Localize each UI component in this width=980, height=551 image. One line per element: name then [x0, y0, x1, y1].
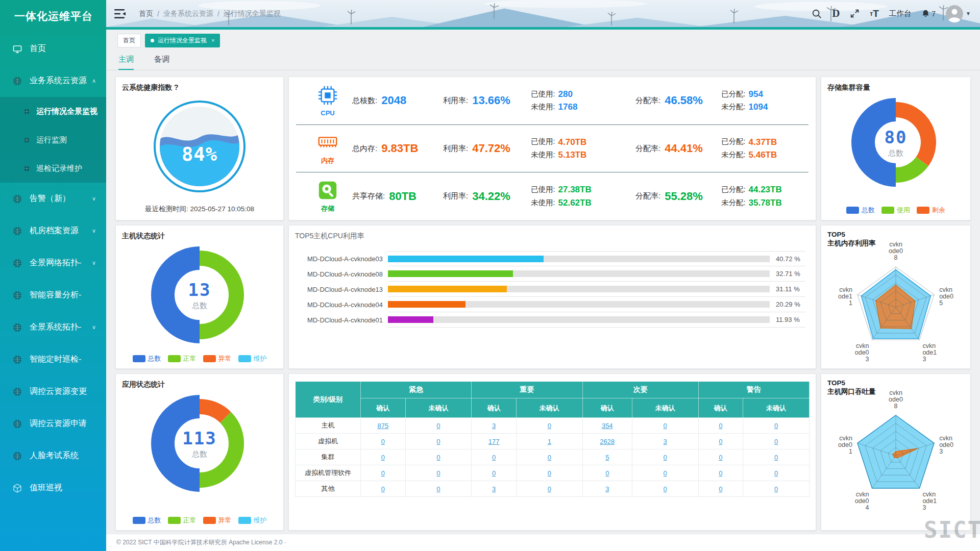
alarm-count-link[interactable]: 0 — [774, 422, 778, 430]
tag-home[interactable]: 首页 — [117, 34, 141, 47]
legend-item[interactable]: 异常 — [203, 516, 232, 525]
sidebar-item-duty-patrol[interactable]: 值班巡视 — [0, 472, 106, 504]
legend-item[interactable]: 维护 — [238, 516, 267, 525]
alarm-count-link[interactable]: 3 — [492, 422, 496, 430]
alarm-count-link[interactable]: 0 — [381, 485, 385, 493]
sidebar-item-run-monitor[interactable]: 运行监测 — [0, 126, 106, 154]
sidebar: 一体化运维平台 首页 业务系统云资源 ∧ 运行情况全景监视 运行监测 巡检记录维… — [0, 0, 106, 551]
sidebar-item-capacity-analysis[interactable]: 智能容量分析- — [0, 279, 106, 311]
alarm-count-link[interactable]: 0 — [381, 454, 385, 461]
user-menu[interactable]: ▼ — [946, 5, 971, 22]
card-title: 主机状态统计 — [122, 232, 277, 241]
resource-row-storage: 存储 共享存储:80TB 利用率:34.22% 已使用:27.38TB 未使用:… — [296, 172, 808, 220]
breadcrumb-current[interactable]: 运行情况全景监视 — [224, 9, 281, 18]
sidebar-group-cloud-resources[interactable]: 业务系统云资源 ∧ — [0, 65, 106, 97]
svg-text:cvknode04: cvknode04 — [855, 491, 869, 511]
alarm-count-link[interactable]: 2628 — [600, 438, 615, 445]
sidebar-item-home[interactable]: 首页 — [0, 33, 106, 65]
alarm-count-link[interactable]: 0 — [719, 469, 722, 477]
legend-item[interactable]: 正常 — [168, 354, 197, 363]
topbar: 首页 / 业务系统云资源 / 运行情况全景监视 D тT 工作台 7 ▼ — [106, 0, 980, 30]
breadcrumb-cloud-resources[interactable]: 业务系统云资源 — [163, 9, 213, 18]
sidebar-item-network-topology[interactable]: 全景网络拓扑- ∨ — [0, 247, 106, 279]
alarm-count-link[interactable]: 1 — [548, 438, 551, 445]
alarm-count-link[interactable]: 354 — [602, 422, 613, 430]
alarm-count-link[interactable]: 3 — [664, 438, 667, 445]
search-icon[interactable] — [812, 9, 822, 19]
sidebar-item-system-topology[interactable]: 全景系统拓扑- ∨ — [0, 311, 106, 343]
legend-item[interactable]: 总数 — [846, 206, 875, 215]
sidebar-item-room-archives[interactable]: 机房档案资源 ∨ — [0, 215, 106, 247]
alarm-count-link[interactable]: 3 — [605, 485, 609, 493]
alarm-count-link[interactable]: 0 — [548, 454, 551, 461]
alarm-count-link[interactable]: 5 — [605, 454, 609, 461]
alarm-count-link[interactable]: 0 — [381, 438, 385, 445]
tag-panorama-monitor[interactable]: 运行情况全景监视 × — [145, 34, 220, 47]
alarm-count-link[interactable]: 0 — [774, 485, 778, 493]
alarm-count-link[interactable]: 0 — [605, 469, 609, 477]
sidebar-item-resource-change[interactable]: 调控云资源变更 — [0, 375, 106, 408]
alarm-count-link[interactable]: 0 — [774, 438, 778, 445]
alarm-count-link[interactable]: 0 — [774, 469, 778, 477]
alarm-count-link[interactable]: 875 — [377, 422, 388, 430]
notifications[interactable]: 7 — [921, 9, 936, 18]
card-app-status: 应用状态统计 113 总数 总数 正常 异常 维护 — [115, 373, 284, 531]
alarm-count-link[interactable]: 0 — [381, 469, 385, 477]
health-percent: 84% — [122, 143, 277, 165]
font-size-icon[interactable]: тT — [870, 8, 879, 19]
legend-label: 异常 — [218, 354, 232, 363]
legend-item[interactable]: 剩余 — [917, 206, 945, 215]
liquid-gauge: 84% — [122, 99, 277, 193]
alarm-count-link[interactable]: 0 — [492, 454, 496, 461]
bar-row: MD-DCloud-A-cvknode04 20.29 % — [297, 297, 805, 312]
alarm-count-link[interactable]: 0 — [436, 422, 440, 430]
sidebar-item-panorama-monitor[interactable]: 运行情况全景监视 — [0, 97, 106, 126]
chevron-up-icon: ∧ — [92, 78, 96, 84]
legend-item[interactable]: 维护 — [238, 354, 267, 363]
alarm-count-link[interactable]: 0 — [719, 438, 722, 445]
sidebar-item-inspection-records[interactable]: 巡检记录维护 — [0, 154, 106, 183]
legend-label: 维护 — [254, 354, 267, 363]
alarm-count-link[interactable]: 0 — [719, 454, 722, 461]
breadcrumb-home[interactable]: 首页 — [139, 9, 153, 18]
alarm-count-link[interactable]: 0 — [664, 454, 667, 461]
legend-item[interactable]: 使用 — [881, 206, 910, 215]
stat-value: 46.58% — [665, 94, 703, 107]
alarm-count-link[interactable]: 0 — [548, 485, 551, 493]
legend-item[interactable]: 总数 — [133, 516, 161, 525]
alarm-count-link[interactable]: 0 — [664, 422, 667, 430]
alarm-count-link[interactable]: 0 — [492, 469, 496, 477]
alarm-count-link[interactable]: 0 — [436, 485, 440, 493]
table-row: 虚拟机管理软件 0 0 0 0 0 0 0 0 — [296, 465, 810, 481]
stat-value: 954 — [749, 88, 763, 101]
alarm-count-link[interactable]: 0 — [436, 438, 440, 445]
alarm-count-link[interactable]: 0 — [548, 422, 551, 430]
alarm-count-link[interactable]: 0 — [719, 485, 722, 493]
alarm-count-link[interactable]: 0 — [774, 454, 778, 461]
alarm-count-link[interactable]: 177 — [488, 438, 500, 445]
tab-secondary[interactable]: 备调 — [154, 55, 169, 70]
tab-primary[interactable]: 主调 — [118, 55, 134, 70]
legend-item[interactable]: 总数 — [133, 354, 161, 363]
fullscreen-icon[interactable] — [850, 9, 860, 18]
close-icon[interactable]: × — [211, 37, 214, 43]
storage-icon — [317, 180, 338, 201]
alarm-count-link[interactable]: 0 — [436, 454, 440, 461]
sidebar-item-alerts[interactable]: 告警（新） ∨ — [0, 183, 106, 215]
sidebar-item-face-exam[interactable]: 人脸考试系统 — [0, 440, 106, 472]
legend-item[interactable]: 正常 — [168, 516, 197, 525]
alarm-count-link[interactable]: 0 — [548, 469, 551, 477]
alarm-count-link[interactable]: 3 — [492, 485, 496, 493]
alarm-count-link[interactable]: 0 — [719, 422, 722, 430]
document-icon[interactable]: D — [832, 7, 840, 20]
sidebar-item-resource-request[interactable]: 调控云资源申请 — [0, 408, 106, 440]
workbench-link[interactable]: 工作台 — [889, 9, 912, 18]
alarm-count-link[interactable]: 0 — [664, 485, 667, 493]
legend-item[interactable]: 异常 — [203, 354, 232, 363]
sidebar-collapse-icon[interactable] — [114, 9, 127, 19]
alarm-count-link[interactable]: 0 — [664, 469, 667, 477]
globe-icon — [12, 258, 22, 268]
alarm-count-link[interactable]: 0 — [436, 469, 440, 477]
sidebar-item-label: 智能容量分析- — [30, 290, 81, 300]
sidebar-item-scheduled-inspection[interactable]: 智能定时巡检- — [0, 343, 106, 375]
